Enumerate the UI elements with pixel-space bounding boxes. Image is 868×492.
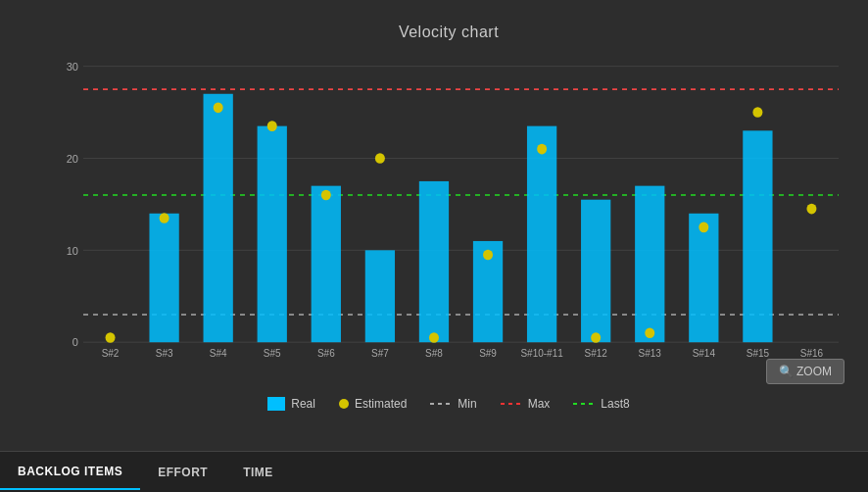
legend-estimated-label: Estimated xyxy=(355,397,407,411)
tab-time[interactable]: TIME xyxy=(225,456,291,489)
svg-rect-13 xyxy=(149,214,178,342)
svg-point-26 xyxy=(375,153,385,164)
svg-point-38 xyxy=(591,332,601,343)
legend-real-label: Real xyxy=(291,397,315,411)
chart-title: Velocity chart xyxy=(49,10,848,51)
chart-container: Velocity chart 0102030S#2S#3S#4S#5S#6S#7… xyxy=(0,0,868,451)
svg-text:S#12: S#12 xyxy=(585,348,608,359)
svg-text:0: 0 xyxy=(72,336,78,348)
legend-min: Min xyxy=(430,397,476,411)
legend-last8-line xyxy=(573,403,595,405)
svg-text:S#10-#11: S#10-#11 xyxy=(520,348,563,359)
legend-real-box xyxy=(267,397,285,411)
svg-text:S#2: S#2 xyxy=(102,348,120,359)
chart-legend: Real Estimated Min Max Last8 xyxy=(49,397,848,411)
legend-last8-label: Last8 xyxy=(601,397,629,411)
svg-text:S#3: S#3 xyxy=(156,348,173,359)
legend-max: Max xyxy=(501,397,551,411)
tab-effort[interactable]: EFFORT xyxy=(140,456,225,489)
chart-area: 0102030S#2S#3S#4S#5S#6S#7S#8S#9S#10-#11S… xyxy=(49,56,848,389)
legend-min-label: Min xyxy=(458,397,476,411)
svg-point-14 xyxy=(160,213,169,223)
svg-text:S#5: S#5 xyxy=(264,348,281,359)
svg-rect-16 xyxy=(204,94,233,342)
svg-point-47 xyxy=(752,107,762,118)
svg-point-44 xyxy=(699,222,708,233)
svg-point-20 xyxy=(267,121,277,131)
svg-point-17 xyxy=(214,103,223,114)
svg-rect-25 xyxy=(365,250,395,342)
svg-point-49 xyxy=(806,204,816,215)
legend-estimated-dot xyxy=(339,399,349,409)
legend-last8: Last8 xyxy=(573,397,629,411)
tab-backlog-items[interactable]: BACKLOG ITEMS xyxy=(0,455,140,490)
svg-point-11 xyxy=(106,332,116,343)
legend-max-line xyxy=(501,403,522,405)
svg-text:S#9: S#9 xyxy=(479,348,497,359)
legend-min-line xyxy=(430,403,452,405)
svg-text:S#4: S#4 xyxy=(210,348,227,359)
legend-real: Real xyxy=(267,397,315,411)
svg-rect-19 xyxy=(258,126,287,343)
svg-rect-28 xyxy=(419,181,449,342)
svg-text:S#14: S#14 xyxy=(693,348,716,359)
svg-text:S#16: S#16 xyxy=(800,348,824,359)
svg-rect-43 xyxy=(689,214,718,342)
velocity-chart-svg: 0102030S#2S#3S#4S#5S#6S#7S#8S#9S#10-#11S… xyxy=(49,56,848,389)
legend-estimated: Estimated xyxy=(339,397,407,411)
svg-rect-22 xyxy=(312,186,341,343)
svg-text:S#6: S#6 xyxy=(317,348,335,359)
svg-point-41 xyxy=(645,327,654,338)
svg-text:S#8: S#8 xyxy=(425,348,443,359)
svg-point-23 xyxy=(321,190,331,201)
svg-text:10: 10 xyxy=(67,244,78,256)
svg-text:30: 30 xyxy=(67,61,78,73)
svg-text:S#13: S#13 xyxy=(639,348,662,359)
svg-rect-40 xyxy=(635,186,664,343)
zoom-button[interactable]: 🔍 ZOOM xyxy=(766,359,844,384)
svg-point-35 xyxy=(537,144,547,155)
svg-text:S#7: S#7 xyxy=(371,348,389,359)
svg-rect-46 xyxy=(743,130,772,342)
legend-max-label: Max xyxy=(528,397,551,411)
svg-text:20: 20 xyxy=(67,152,78,164)
svg-rect-34 xyxy=(527,126,556,343)
svg-point-32 xyxy=(483,250,493,261)
svg-text:S#15: S#15 xyxy=(747,348,770,359)
svg-rect-37 xyxy=(581,200,610,342)
svg-point-29 xyxy=(429,332,439,343)
bottom-tabs: BACKLOG ITEMS EFFORT TIME xyxy=(0,451,868,492)
